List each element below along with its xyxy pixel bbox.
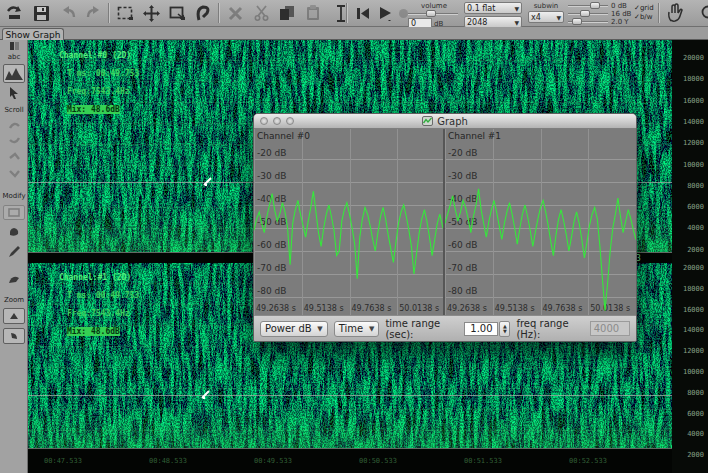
channel-0-line <box>254 129 445 315</box>
bottom-time-label: 00:48.533 <box>149 457 187 465</box>
graph-window-title: Graph <box>437 116 468 127</box>
redo-button[interactable] <box>82 3 104 23</box>
subwin-label: subwin <box>528 2 564 10</box>
toolbar-separator <box>218 3 219 23</box>
bottom-time-label: 00:47.533 <box>44 457 82 465</box>
magnifier-tool-button[interactable] <box>698 3 708 23</box>
move-icon <box>143 5 160 22</box>
zoom-out-button[interactable] <box>0 328 28 344</box>
freq-range-label: freq range (Hz): <box>516 318 583 340</box>
freq-label: 4000 <box>674 224 704 232</box>
cut-button[interactable] <box>250 3 272 23</box>
volume-label: volume <box>408 2 460 10</box>
scroll-tool-icon[interactable] <box>0 168 28 178</box>
hand-tool-button[interactable] <box>664 3 686 23</box>
pencil-tool-icon[interactable] <box>0 246 28 258</box>
text-cursor-button[interactable] <box>330 3 352 23</box>
bottom-time-label: 00:52.533 <box>569 457 607 465</box>
time-range-label: time range (sec): <box>385 318 458 340</box>
channel0-cursor-marker <box>203 176 213 186</box>
close-window-button[interactable] <box>260 117 268 125</box>
minimize-window-button[interactable] <box>273 117 281 125</box>
freq-label: 10000 <box>674 161 704 169</box>
bottom-time-label: 00:50.533 <box>359 457 397 465</box>
toolbar-separator <box>346 3 347 23</box>
freq-label: 10000 <box>674 368 704 376</box>
gain-value-label: 0 dB <box>611 2 631 10</box>
tab-show-graph-label: Show Graph <box>6 30 61 40</box>
save-button[interactable] <box>30 3 52 23</box>
spectrogram-view-button[interactable] <box>0 64 28 83</box>
copy-icon <box>279 5 295 21</box>
graph-window[interactable]: Graph -20 dB-30 dB-40 dB-50 dB-60 dB-70 … <box>253 113 637 342</box>
window-function-select[interactable]: 0.1 flat▼ <box>464 2 522 14</box>
freq-label: 16000 <box>674 97 704 105</box>
draw-tool-icon[interactable] <box>0 274 28 284</box>
freq-label: 18000 <box>674 75 704 83</box>
analyze-tool-button[interactable] <box>192 3 214 23</box>
chevron-down-icon: ▼ <box>369 325 374 333</box>
freq-label: 18000 <box>674 285 704 293</box>
range-slider[interactable] <box>568 10 608 17</box>
freq-range-input: 4000 <box>590 321 630 336</box>
app-window: volume 0 dB 0.1 flat▼ 2048▼ subwin x4▼ <box>0 0 708 473</box>
zoom-select-button[interactable] <box>166 3 188 23</box>
go-to-start-button[interactable] <box>352 3 374 23</box>
volume-group: volume 0 dB <box>408 2 460 29</box>
ibeam-icon <box>336 5 346 22</box>
freq-label: 6000 <box>674 203 704 211</box>
slider-value-labels: 0 dB 16 dB 2.0 Y <box>611 2 631 26</box>
modify-tool-icon[interactable] <box>0 226 28 237</box>
zoom-in-button[interactable] <box>0 308 28 324</box>
copy-button[interactable] <box>276 3 298 23</box>
graph-panel-channel-1: -20 dB-30 dB-40 dB-50 dB-60 dB-70 dB-80 … <box>445 129 636 315</box>
domain-select[interactable]: Time▼ <box>334 321 380 337</box>
gain-slider[interactable] <box>568 2 608 9</box>
volume-slider[interactable] <box>408 10 458 17</box>
previous-icon <box>356 7 370 20</box>
time-range-stepper[interactable]: ▲▼ <box>499 321 510 337</box>
analysis-selects: 0.1 flat▼ 2048▼ <box>464 2 522 28</box>
hand-icon <box>666 3 684 23</box>
grid-checkbox[interactable]: ✓grid <box>634 4 654 13</box>
cursor-tool-button[interactable] <box>0 87 28 99</box>
scissors-icon <box>254 5 269 21</box>
subwin-select[interactable]: x4▼ <box>528 11 564 23</box>
zoom-window-button[interactable] <box>286 117 294 125</box>
delete-button[interactable] <box>224 3 246 23</box>
freq-label: 8000 <box>674 389 704 397</box>
scroll-tool-icon[interactable] <box>0 136 28 146</box>
graph-window-footer: Power dB▼ Time▼ time range (sec): ▲▼ fre… <box>254 315 636 341</box>
mini-tool-icon[interactable] <box>0 42 28 50</box>
undo-button[interactable] <box>58 3 80 23</box>
graph-panels: -20 dB-30 dB-40 dB-50 dB-60 dB-70 dB-80 … <box>254 129 636 315</box>
move-tool-button[interactable] <box>140 3 162 23</box>
freq-label: 8000 <box>674 182 704 190</box>
power-db-select[interactable]: Power dB▼ <box>260 321 328 337</box>
graph-window-titlebar[interactable]: Graph <box>254 114 636 129</box>
bw-checkbox[interactable]: ✓b/w <box>634 13 654 22</box>
modify-tool-button[interactable] <box>0 205 28 220</box>
chevron-down-icon: ▼ <box>556 14 561 21</box>
freq-label: 16000 <box>674 306 704 314</box>
open-button[interactable] <box>4 3 26 23</box>
time-range-input[interactable] <box>464 322 498 336</box>
freq-label: 2000 <box>674 451 704 459</box>
text-tool-label[interactable]: abc <box>0 53 28 61</box>
scroll-tool-icon[interactable] <box>0 152 28 162</box>
channel0-cursor-info: Channel:#0 (2D) T ms: 00:49.753 Freq:754… <box>30 42 139 123</box>
tab-strip: Show Graph <box>0 27 708 40</box>
scale-slider[interactable] <box>568 18 608 25</box>
select-tool-button[interactable] <box>114 3 136 23</box>
stepper-down-icon: ▼ <box>503 329 507 334</box>
freq-label: 20000 <box>674 54 704 62</box>
display-sliders <box>568 2 608 25</box>
freq-label: 14000 <box>674 326 704 334</box>
bottom-time-label: 00:51.533 <box>464 457 502 465</box>
tab-show-graph[interactable]: Show Graph <box>2 28 64 40</box>
paste-button[interactable] <box>302 3 324 23</box>
bottom-axis-line <box>28 448 672 449</box>
mountains-icon <box>5 67 23 80</box>
main-toolbar: volume 0 dB 0.1 flat▼ 2048▼ subwin x4▼ <box>0 0 708 27</box>
scroll-tool-icon[interactable] <box>0 120 28 130</box>
